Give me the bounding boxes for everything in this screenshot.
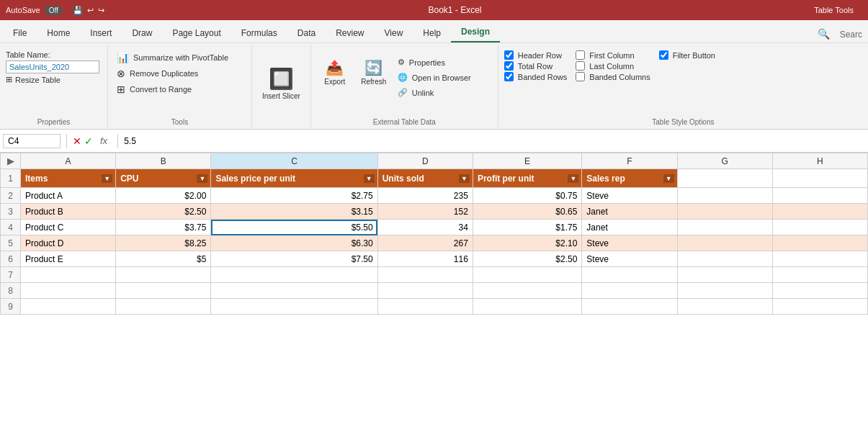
cell-C6[interactable]: $7.50 <box>211 251 377 267</box>
table-header-profit[interactable]: Profit per unit ▼ <box>473 169 581 188</box>
cell-A4[interactable]: Product C <box>21 220 116 235</box>
tab-home[interactable]: Home <box>37 24 80 42</box>
convert-to-range-button[interactable]: ⊞ Convert to Range <box>114 82 231 96</box>
tab-design[interactable]: Design <box>451 22 500 42</box>
cell-D9[interactable] <box>377 299 473 315</box>
cell-F6[interactable]: Steve <box>582 251 677 267</box>
cell-B5[interactable]: $8.25 <box>116 235 211 251</box>
units-dropdown[interactable]: ▼ <box>459 174 470 183</box>
cell-D3[interactable]: 152 <box>377 204 473 220</box>
price-dropdown[interactable]: ▼ <box>364 174 375 183</box>
table-name-input[interactable] <box>6 60 99 73</box>
cell-C2[interactable]: $2.75 <box>211 188 377 204</box>
cell-E3[interactable]: $0.65 <box>473 204 581 220</box>
cell-C4[interactable]: $5.50 <box>211 220 377 235</box>
spreadsheet-container[interactable]: ▶ A B C D E F G H 1 Items ▼ <box>0 153 868 445</box>
cell-G7[interactable] <box>677 267 772 283</box>
refresh-button[interactable]: 🔄 Refresh <box>356 50 392 94</box>
cell-G5[interactable] <box>677 235 772 251</box>
undo-icon[interactable]: ↩ <box>87 6 94 15</box>
col-header-H[interactable]: H <box>772 153 867 169</box>
cell-F7[interactable] <box>582 267 677 283</box>
redo-icon[interactable]: ↪ <box>98 6 104 15</box>
salesrep-dropdown[interactable]: ▼ <box>663 174 674 183</box>
cell-A6[interactable]: Product E <box>21 251 116 267</box>
cell-G1[interactable] <box>677 169 772 188</box>
cell-F2[interactable]: Steve <box>582 188 677 204</box>
cell-E2[interactable]: $0.75 <box>473 188 581 204</box>
col-header-D[interactable]: D <box>377 153 473 169</box>
cell-B2[interactable]: $2.00 <box>116 188 211 204</box>
tab-formulas[interactable]: Formulas <box>231 24 287 42</box>
tab-file[interactable]: File <box>3 24 37 42</box>
tab-help[interactable]: Help <box>413 24 451 42</box>
resize-table-button[interactable]: ⊞ Resize Table <box>6 75 99 84</box>
cell-B8[interactable] <box>116 283 211 299</box>
profit-dropdown[interactable]: ▼ <box>568 174 578 183</box>
cell-B7[interactable] <box>116 267 211 283</box>
cpu-dropdown[interactable]: ▼ <box>197 174 207 183</box>
unlink-button[interactable]: 🔗 Unlink <box>395 86 474 99</box>
cell-H9[interactable] <box>772 299 867 315</box>
cell-H5[interactable] <box>772 235 867 251</box>
cell-G4[interactable] <box>677 220 772 235</box>
cell-F5[interactable]: Steve <box>582 235 677 251</box>
search-icon[interactable]: 🔍 <box>810 25 837 42</box>
tab-draw[interactable]: Draw <box>122 24 162 42</box>
table-header-price[interactable]: Sales price per unit ▼ <box>211 169 377 188</box>
properties-button[interactable]: ⚙ Properties <box>395 56 474 68</box>
cell-D7[interactable] <box>377 267 473 283</box>
cell-C8[interactable] <box>211 283 377 299</box>
items-dropdown[interactable]: ▼ <box>102 174 112 183</box>
cell-B6[interactable]: $5 <box>116 251 211 267</box>
cell-F8[interactable] <box>582 283 677 299</box>
cell-D5[interactable]: 267 <box>377 235 473 251</box>
cell-C3[interactable]: $3.15 <box>211 204 377 220</box>
banded-columns-checkbox-row[interactable]: Banded Columns <box>576 72 650 81</box>
col-header-B[interactable]: B <box>116 153 211 169</box>
cell-D8[interactable] <box>377 283 473 299</box>
tab-data[interactable]: Data <box>287 24 326 42</box>
cell-H3[interactable] <box>772 204 867 220</box>
autosave-toggle[interactable]: Off <box>45 6 63 15</box>
cell-A3[interactable]: Product B <box>21 204 116 220</box>
cell-B4[interactable]: $3.75 <box>116 220 211 235</box>
header-row-checkbox[interactable] <box>504 50 514 60</box>
confirm-icon[interactable]: ✓ <box>84 135 93 147</box>
cell-H4[interactable] <box>772 220 867 235</box>
cell-A8[interactable] <box>21 283 116 299</box>
cell-E4[interactable]: $1.75 <box>473 220 581 235</box>
cell-B3[interactable]: $2.50 <box>116 204 211 220</box>
cell-reference-box[interactable] <box>3 134 61 148</box>
cell-A5[interactable]: Product D <box>21 235 116 251</box>
cell-D6[interactable]: 116 <box>377 251 473 267</box>
remove-duplicates-button[interactable]: ⊗ Remove Duplicates <box>114 66 231 81</box>
cell-E8[interactable] <box>473 283 581 299</box>
col-header-E[interactable]: E <box>473 153 581 169</box>
table-header-salesrep[interactable]: Sales rep ▼ <box>582 169 677 188</box>
header-row-checkbox-row[interactable]: Header Row <box>504 50 568 60</box>
col-header-A[interactable]: A <box>21 153 116 169</box>
cell-E6[interactable]: $2.50 <box>473 251 581 267</box>
cell-A7[interactable] <box>21 267 116 283</box>
cell-H8[interactable] <box>772 283 867 299</box>
cell-G3[interactable] <box>677 204 772 220</box>
first-column-checkbox-row[interactable]: First Column <box>576 50 650 60</box>
file-icon[interactable]: 💾 <box>73 6 83 15</box>
cell-G8[interactable] <box>677 283 772 299</box>
total-row-checkbox[interactable] <box>504 61 514 71</box>
cell-E7[interactable] <box>473 267 581 283</box>
last-column-checkbox-row[interactable]: Last Column <box>576 61 650 71</box>
first-column-checkbox[interactable] <box>576 50 585 60</box>
col-header-F[interactable]: F <box>582 153 677 169</box>
insert-slicer-button[interactable]: 🔲 Insert Slicer <box>258 55 305 112</box>
cell-F3[interactable]: Janet <box>582 204 677 220</box>
cell-G2[interactable] <box>677 188 772 204</box>
table-header-units[interactable]: Units sold ▼ <box>377 169 473 188</box>
cell-E9[interactable] <box>473 299 581 315</box>
banded-columns-checkbox[interactable] <box>576 72 585 81</box>
total-row-checkbox-row[interactable]: Total Row <box>504 61 568 71</box>
formula-bar-input[interactable] <box>124 136 865 146</box>
tab-pagelayout[interactable]: Page Layout <box>162 24 231 42</box>
tab-view[interactable]: View <box>375 24 413 42</box>
